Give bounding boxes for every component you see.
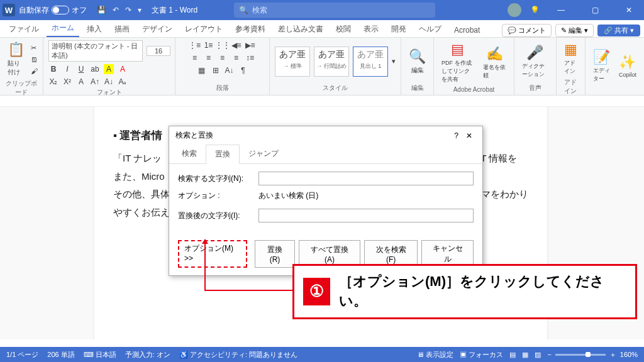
style-heading1[interactable]: あア亜見出し 1 [353,47,388,77]
highlight-button[interactable]: A [104,64,114,74]
tab-insert[interactable]: 挿入 [82,21,107,37]
show-marks-button[interactable]: ¶ [238,65,248,75]
tab-mailings[interactable]: 差し込み文書 [273,21,328,37]
dialog-tab-goto[interactable]: ジャンプ [240,145,287,163]
cut-icon[interactable]: ✂ [31,44,38,52]
view-read-icon[interactable]: ▤ [509,351,516,359]
more-options-button[interactable]: オプション(M) >> [178,240,247,268]
view-print-icon[interactable]: ▦ [522,351,528,359]
align-right-button[interactable]: ≡ [218,53,228,63]
tab-review[interactable]: 校閲 [331,21,356,37]
zoom-slider[interactable] [555,354,606,356]
dialog-close-button[interactable]: ✕ [462,131,476,140]
borders-button[interactable]: ⊞ [211,65,221,75]
save-icon[interactable]: 💾 [97,6,106,14]
align-center-button[interactable]: ≡ [204,53,214,63]
shading-button[interactable]: ▦ [197,65,207,75]
status-display[interactable]: 🖥 表示設定 [417,350,453,359]
zoom-control[interactable]: − ＋ 160% [547,350,638,359]
pdf-share-button[interactable]: ▤PDF を作成してリンクを共有 [439,40,477,85]
bold-button[interactable]: B [48,64,58,74]
text-effects-button[interactable]: A [76,77,86,87]
style-normal[interactable]: あア亜→ 標準 [275,47,310,77]
ruler[interactable] [0,96,644,107]
status-words[interactable]: 206 単語 [47,350,74,359]
strike-button[interactable]: ab [90,64,100,74]
close-button[interactable]: ✕ [616,6,641,14]
addin-button[interactable]: ▦アドイン [562,40,580,77]
dialog-help-button[interactable]: ? [450,131,462,140]
find-replace-dialog: 検索と置換 ? ✕ 検索 置換 ジャンプ 検索する文字列(N): オプション :… [169,126,483,276]
style-no-spacing[interactable]: あア亜→ 行間詰め [314,47,349,77]
tab-layout[interactable]: レイアウト [180,21,228,37]
tab-home[interactable]: ホーム [47,20,79,37]
zoom-out-icon[interactable]: − [547,351,551,358]
sort-button[interactable]: A↓ [225,65,235,75]
justify-button[interactable]: ≡ [231,53,242,63]
minimize-button[interactable]: ― [548,6,574,14]
status-page[interactable]: 1/1 ページ [6,350,38,359]
tab-help[interactable]: ヘルプ [414,21,447,37]
copy-icon[interactable]: 🖻 [31,56,38,63]
find-input[interactable] [258,172,474,185]
format-painter-icon[interactable]: 🖌 [31,67,38,75]
signature-button[interactable]: ✍署名を依頼 [480,45,509,81]
tab-draw[interactable]: 描画 [109,21,135,37]
clear-format-button[interactable]: Aₐ [118,77,128,87]
replace-input[interactable] [258,209,474,222]
styles-more-icon[interactable]: ▾ [392,57,396,65]
redo-icon[interactable]: ↷ [125,6,131,14]
status-a11y[interactable]: ♿ アクセシビリティ: 問題ありません [179,350,297,359]
paste-button[interactable]: 📋貼り付け [5,40,27,78]
ribbon-tabs: ファイル ホーム 挿入 描画 デザイン レイアウト 参考資料 差し込み文書 校閲… [0,20,644,38]
dictate-button[interactable]: 🎤ディクテーション [519,43,551,80]
font-size-select[interactable]: 16 [147,46,170,56]
numbering-button[interactable]: 1≡ [204,40,214,50]
editing-button[interactable]: 🔍編集 [406,47,428,76]
shrink-font-button[interactable]: A↓ [104,77,114,87]
tab-view[interactable]: 表示 [358,21,384,37]
replace-label: 置換後の文字列(I): [178,211,253,221]
dialog-title: 検索と置換 [175,130,450,141]
superscript-button[interactable]: X² [62,77,72,87]
tab-design[interactable]: デザイン [137,21,177,37]
tab-developer[interactable]: 開発 [386,21,411,37]
grow-font-button[interactable]: A↑ [90,77,100,87]
view-web-icon[interactable]: ▨ [535,351,541,359]
undo-icon[interactable]: ↶ [113,6,119,14]
underline-button[interactable]: U [76,64,86,74]
tab-references[interactable]: 参考資料 [230,21,270,37]
status-lang[interactable]: ⌨ 日本語 [84,350,116,359]
copilot-button[interactable]: ✨Copilot [616,53,639,79]
lightbulb-icon[interactable]: 💡 [530,6,540,14]
status-predict[interactable]: 予測入力: オン [125,350,170,359]
maximize-button[interactable]: ▢ [582,6,608,14]
font-color-button[interactable]: A [118,64,128,74]
share-button[interactable]: 🔗 共有 ▾ [597,25,640,36]
editor-button[interactable]: 📝エディター [591,48,613,84]
search-box[interactable]: 🔍 検索 [234,3,435,18]
qat-dropdown-icon[interactable]: ▾ [138,6,142,14]
italic-button[interactable]: I [62,64,72,74]
line-spacing-button[interactable]: ↕≡ [245,53,255,63]
edit-mode-button[interactable]: ✎ 編集 ▾ [555,24,594,37]
multilevel-button[interactable]: ⋮⋮ [218,40,228,50]
dialog-tab-find[interactable]: 検索 [173,145,206,163]
replace-button[interactable]: 置換(R) [255,240,295,268]
comments-button[interactable]: 💬 コメント [502,24,552,37]
status-focus[interactable]: ▣ フォーカス [460,350,503,359]
subscript-button[interactable]: X₂ [48,77,58,87]
zoom-value[interactable]: 160% [620,351,638,358]
increase-indent-button[interactable]: ▶≡ [245,40,255,50]
autosave-toggle[interactable]: 自動保存 オフ [19,5,87,16]
align-left-button[interactable]: ≡ [190,53,200,63]
document-area: 運営者情 「IT ナレッ____________________________… [0,107,644,339]
decrease-indent-button[interactable]: ◀≡ [231,40,242,50]
font-name-select[interactable]: 游明朝 (本文のフォント - 日本語) [48,40,143,62]
tab-acrobat[interactable]: Acrobat [449,23,485,37]
dialog-tab-replace[interactable]: 置換 [206,145,240,164]
bullets-button[interactable]: ⋮≡ [190,40,200,50]
zoom-in-icon[interactable]: ＋ [609,350,616,359]
tab-file[interactable]: ファイル [4,21,44,37]
user-avatar[interactable] [508,3,521,17]
